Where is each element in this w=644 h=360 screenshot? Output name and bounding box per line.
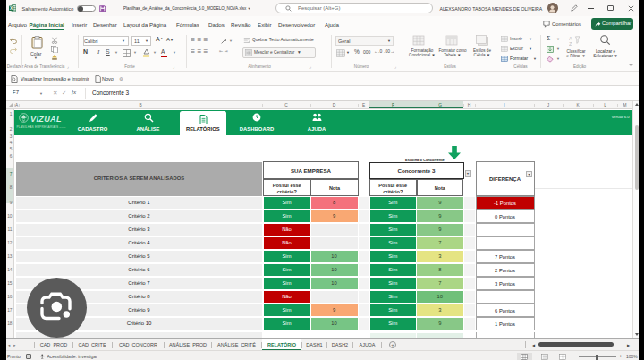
svg-text:Z: Z	[569, 41, 572, 47]
svg-text:A: A	[569, 36, 572, 41]
